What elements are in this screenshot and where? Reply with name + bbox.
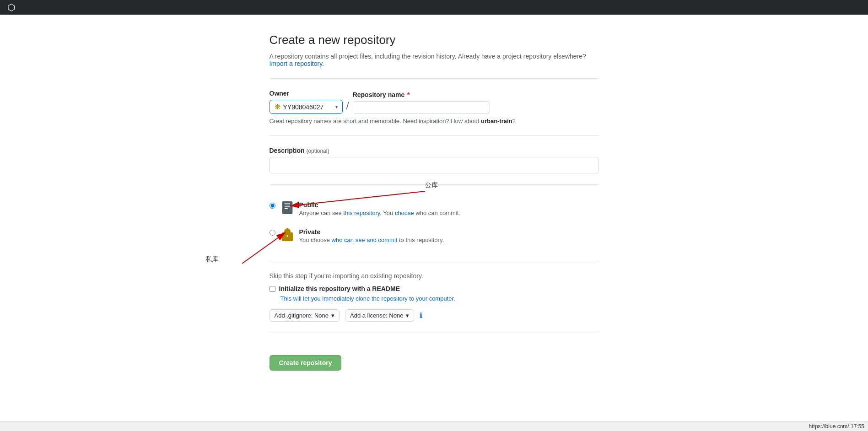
page-title: Create a new repository bbox=[270, 33, 599, 47]
license-chevron-icon: ▾ bbox=[406, 312, 409, 319]
readme-label: Initialize this repository with a README bbox=[279, 285, 400, 292]
choose-committers-link[interactable]: choose bbox=[395, 210, 414, 216]
create-repository-button[interactable]: Create repository bbox=[270, 355, 342, 371]
private-text-group: Private You choose who can see and commi… bbox=[299, 228, 444, 243]
public-annotation: 公库 bbox=[425, 181, 438, 189]
owner-select[interactable]: ❋ YY908046027 ▾ bbox=[270, 100, 343, 114]
readme-checkbox[interactable] bbox=[270, 286, 275, 292]
public-option: Public Anyone can see this repository. Y… bbox=[270, 196, 599, 223]
slash-separator: / bbox=[346, 100, 349, 114]
private-description: You choose who can see and commit to thi… bbox=[299, 237, 444, 243]
public-text-group: Public Anyone can see this repository. Y… bbox=[299, 201, 460, 216]
optional-label: (optional) bbox=[306, 148, 329, 154]
description-group: Description (optional) bbox=[270, 147, 599, 173]
license-label: Add a license: None bbox=[350, 312, 403, 319]
init-section: Skip this step if you're importing an ex… bbox=[270, 272, 599, 322]
public-description: Anyone can see this repository. You choo… bbox=[299, 210, 460, 216]
repo-name-field-group: Repository name * bbox=[353, 91, 490, 114]
gitignore-label: Add .gitignore: None bbox=[275, 312, 329, 319]
public-label: Public bbox=[299, 201, 460, 209]
repo-name-input[interactable] bbox=[353, 101, 490, 114]
public-icon bbox=[281, 201, 294, 217]
repo-name-hint: Great repository names are short and mem… bbox=[270, 118, 599, 124]
create-repo-form: Create a new repository A repository con… bbox=[270, 33, 599, 371]
private-label: Private bbox=[299, 228, 444, 236]
section-divider-4 bbox=[270, 261, 599, 261]
page-subtitle: A repository contains all project files,… bbox=[270, 53, 599, 67]
public-radio[interactable] bbox=[270, 203, 275, 209]
private-icon bbox=[281, 228, 294, 244]
readme-checkbox-row: Initialize this repository with a README bbox=[270, 285, 599, 292]
suggestion-text: urban-train bbox=[481, 118, 512, 124]
info-icon[interactable]: ℹ bbox=[420, 311, 422, 320]
private-option: Private You choose who can see and commi… bbox=[270, 223, 599, 250]
section-divider-2 bbox=[270, 135, 599, 136]
owner-icon: ❋ bbox=[275, 102, 280, 111]
private-radio[interactable] bbox=[270, 230, 275, 236]
description-label: Description (optional) bbox=[270, 147, 599, 154]
owner-value: YY908046027 bbox=[283, 103, 324, 111]
private-annotation: 私库 bbox=[205, 255, 218, 264]
owner-label: Owner bbox=[270, 90, 343, 97]
description-input[interactable] bbox=[270, 157, 599, 173]
owner-repo-row: Owner ❋ YY908046027 ▾ / Repository name … bbox=[270, 90, 599, 114]
visibility-section: 公库 私库 Public bbox=[270, 196, 599, 250]
gitignore-chevron-icon: ▾ bbox=[331, 312, 334, 319]
gitignore-dropdown[interactable]: Add .gitignore: None ▾ bbox=[270, 309, 340, 322]
github-logo: ⬡ bbox=[7, 2, 15, 13]
required-indicator: * bbox=[407, 91, 410, 98]
top-navigation-bar: ⬡ bbox=[0, 0, 868, 15]
import-link[interactable]: Import a repository. bbox=[270, 60, 324, 67]
this-repo-link[interactable]: this repository bbox=[343, 210, 380, 216]
chevron-down-icon: ▾ bbox=[335, 104, 338, 109]
repo-name-label: Repository name * bbox=[353, 91, 490, 98]
dropdown-row: Add .gitignore: None ▾ Add a license: No… bbox=[270, 309, 599, 322]
license-dropdown[interactable]: Add a license: None ▾ bbox=[345, 309, 414, 322]
readme-desc: This will let you immediately clone the … bbox=[280, 295, 599, 302]
skip-text: Skip this step if you're importing an ex… bbox=[270, 272, 599, 280]
owner-field-group: Owner ❋ YY908046027 ▾ bbox=[270, 90, 343, 114]
who-can-see-link[interactable]: who can see and commit bbox=[332, 237, 398, 243]
section-divider bbox=[270, 78, 599, 79]
section-divider-5 bbox=[270, 333, 599, 333]
